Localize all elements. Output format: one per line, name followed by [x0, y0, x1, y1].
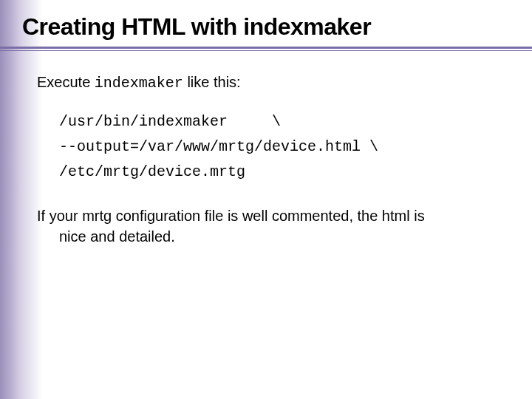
slide: Creating HTML with indexmaker Execute in…: [0, 0, 532, 399]
slide-content: Execute indexmaker like this: /usr/bin/i…: [0, 49, 532, 262]
code-line-1: /usr/bin/indexmaker \: [59, 113, 281, 130]
para-line-2: nice and detailed.: [37, 226, 502, 247]
intro-mono: indexmaker: [95, 75, 183, 92]
code-block: /usr/bin/indexmaker \ --output=/var/www/…: [59, 109, 502, 185]
title-area: Creating HTML with indexmaker: [0, 0, 532, 49]
code-line-2: --output=/var/www/mrtg/device.html \: [59, 138, 378, 155]
intro-prefix: Execute: [37, 74, 95, 90]
para-line-1: If your mrtg configuration file is well …: [37, 208, 425, 224]
slide-title: Creating HTML with indexmaker: [22, 13, 517, 41]
intro-suffix: like this:: [183, 74, 241, 90]
code-line-3: /etc/mrtg/device.mrtg: [59, 163, 245, 180]
intro-line: Execute indexmaker like this:: [37, 71, 502, 95]
closing-paragraph: If your mrtg configuration file is well …: [37, 205, 502, 247]
